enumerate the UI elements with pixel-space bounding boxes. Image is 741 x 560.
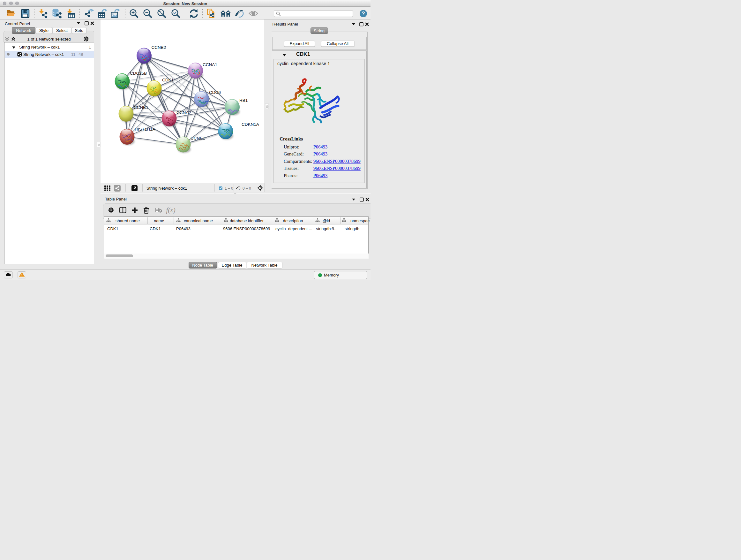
svg-text:CDC6: CDC6 [209,90,221,95]
svg-text:CCNB2: CCNB2 [151,45,166,50]
svg-text:?: ? [361,10,365,17]
svg-text:HIST1H1A: HIST1H1A [135,127,155,132]
svg-text:CCNA1: CCNA1 [203,62,217,67]
svg-text:CDC25B: CDC25B [130,71,147,76]
svg-text:RB1: RB1 [239,98,248,103]
svg-text:CCNE1: CCNE1 [191,136,205,140]
svg-text:CCNA2: CCNA2 [177,110,191,115]
svg-text:CCNB1: CCNB1 [134,105,148,110]
svg-text:CDKN1A: CDKN1A [242,122,259,127]
svg-text:CDK1: CDK1 [162,78,174,82]
